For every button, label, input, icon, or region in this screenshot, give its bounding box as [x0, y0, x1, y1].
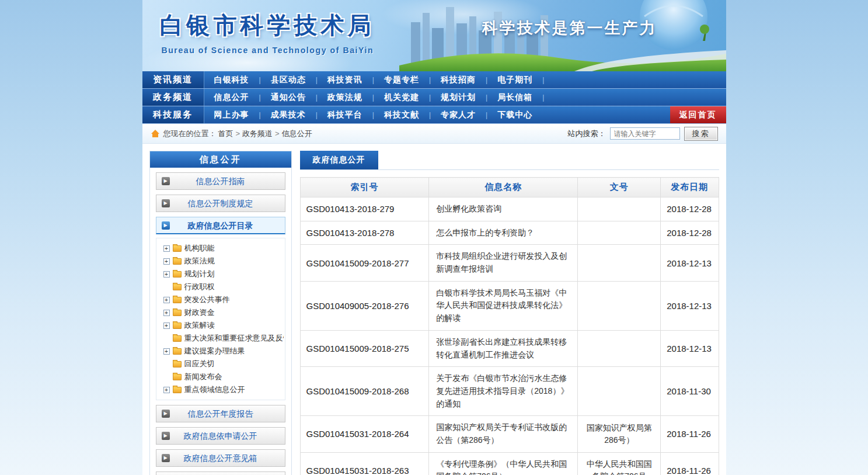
- expand-plus-icon[interactable]: +: [163, 297, 170, 303]
- sidebar-item-suggestion-box[interactable]: ▶ 政府信息公开意见箱: [156, 449, 285, 467]
- tree-item-major-decisions[interactable]: +重大决策和重要征求意见及反馈: [158, 332, 284, 345]
- nav-item-online-service[interactable]: 网上办事: [204, 106, 259, 123]
- cell-name-link[interactable]: 国家知识产权局关于专利证书改版的公告（第286号）: [429, 416, 578, 452]
- nav-item-tech-investment[interactable]: 科技招商: [431, 71, 486, 88]
- cell-doc-no: [578, 367, 661, 416]
- tree-label: 建议提案办理结果: [184, 346, 245, 356]
- cell-doc-no: [578, 330, 661, 366]
- cell-date: 2018-12-13: [661, 245, 719, 281]
- nav-item-director-mailbox[interactable]: 局长信箱: [487, 89, 542, 106]
- home-icon: [151, 130, 160, 138]
- nav-item-info-disclosure[interactable]: 信息公开: [204, 89, 259, 106]
- nav-item-planning[interactable]: 规划计划: [431, 89, 486, 106]
- breadcrumb-info-disclosure[interactable]: 信息公开: [280, 129, 314, 139]
- cell-name-link[interactable]: 《专利代理条例》（中华人民共和国国务院令第706号）: [429, 452, 578, 475]
- nav-divider: |: [542, 76, 544, 84]
- nav-item-county-news[interactable]: 县区动态: [261, 71, 316, 88]
- tree-item-press-conferences[interactable]: +新闻发布会: [158, 370, 284, 383]
- expand-plus-icon[interactable]: +: [163, 348, 170, 355]
- breadcrumb-gov-channel[interactable]: 政务频道: [240, 129, 274, 139]
- table-row: GSD010415009-2018-268 关于发布《白银市节水治污水生态修复先…: [300, 367, 719, 416]
- tree-item-policy-interpretation[interactable]: +政策解读: [158, 319, 284, 332]
- cell-index: GSD010415031-2018-263: [300, 452, 429, 475]
- nav-item-policies[interactable]: 政策法规: [318, 89, 372, 106]
- expand-plus-icon[interactable]: +: [163, 271, 170, 278]
- tree-item-policies[interactable]: +政策法规: [158, 255, 284, 268]
- nav-item-tech-literature[interactable]: 科技文献: [374, 106, 429, 123]
- tree-label: 政策解读: [184, 320, 215, 331]
- cell-index: GSD010415009-2018-275: [300, 330, 429, 366]
- tab-gov-info-disclosure[interactable]: 政府信息公开: [300, 151, 378, 169]
- nav-item-experts[interactable]: 专家人才: [431, 106, 486, 123]
- nav-item-notices[interactable]: 通知公告: [261, 89, 316, 106]
- sidebar-item-contact-info[interactable]: ▶ 政府信息公开联系方式: [156, 471, 285, 475]
- cell-name-link[interactable]: 市科技局组织企业进行研发投入及创新调查年报培训: [429, 245, 578, 281]
- expand-plus-icon[interactable]: +: [163, 323, 170, 329]
- sidebar-item-gov-info-catalog[interactable]: ▶ 政府信息公开目录: [156, 217, 285, 234]
- tree-item-planning[interactable]: +规划计划: [158, 268, 284, 280]
- cell-index: GSD010415031-2018-264: [300, 416, 429, 452]
- arrow-square-icon: ▶: [162, 177, 170, 185]
- expand-plus-icon[interactable]: +: [163, 387, 170, 393]
- nav-item-party-building[interactable]: 机关党建: [374, 89, 429, 106]
- nav-row-news: 资讯频道 白银科技| 县区动态| 科技资讯| 专题专栏| 科技招商| 电子期刊|: [142, 71, 726, 89]
- return-home-button[interactable]: 返回首页: [670, 106, 726, 123]
- tree-item-org-functions[interactable]: +机构职能: [158, 242, 284, 255]
- nav-items-news: 白银科技| 县区动态| 科技资讯| 专题专栏| 科技招商| 电子期刊|: [204, 71, 545, 88]
- nav-item-achievements[interactable]: 成果技术: [261, 106, 316, 123]
- cell-index: GSD010415009-2018-277: [300, 245, 429, 281]
- col-header-date: 发布日期: [661, 178, 719, 197]
- cell-index: GSD010413-2018-278: [300, 221, 429, 245]
- tree-item-responses[interactable]: +回应关切: [158, 358, 284, 370]
- cell-name-link[interactable]: 怎么申报市上的专利资助？: [429, 221, 578, 245]
- cell-date: 2018-12-28: [661, 197, 719, 221]
- sidebar-item-annual-report[interactable]: ▶ 信息公开年度报告: [156, 405, 285, 422]
- nav-item-tech-platform[interactable]: 科技平台: [318, 106, 372, 123]
- nav-row-service: 科技服务 网上办事| 成果技术| 科技平台| 科技文献| 专家人才| 下载中心 …: [142, 106, 726, 124]
- col-header-index: 索引号: [300, 178, 429, 197]
- tree-item-key-areas[interactable]: +重点领域信息公开: [158, 383, 284, 396]
- nav-item-baiyin-tech[interactable]: 白银科技: [204, 71, 259, 88]
- arrow-square-icon: ▶: [162, 410, 170, 418]
- cell-date: 2018-12-28: [661, 221, 719, 245]
- sidebar-item-guide[interactable]: ▶ 信息公开指南: [156, 172, 285, 190]
- search-label: 站内搜索：: [568, 129, 606, 139]
- cell-doc-no: [578, 221, 661, 245]
- cell-name-link[interactable]: 创业孵化政策咨询: [429, 197, 578, 221]
- cell-name-link[interactable]: 关于发布《白银市节水治污水生态修复先进适用技术指导目录（2018）》的通知: [429, 367, 578, 416]
- content-area: 信息公开 ▶ 信息公开指南 ▶ 信息公开制度规定 ▶ 政府信息公开目录 +机构职…: [142, 144, 726, 475]
- sidebar-item-rules[interactable]: ▶ 信息公开制度规定: [156, 195, 285, 212]
- tree-label: 行政职权: [184, 282, 215, 292]
- search-input[interactable]: [610, 127, 680, 140]
- sidebar-item-label: 政府信息依申请公开: [184, 431, 257, 441]
- table-row: GSD010413-2018-279 创业孵化政策咨询 2018-12-28: [300, 197, 719, 221]
- expand-plus-icon[interactable]: +: [163, 245, 170, 252]
- tree-item-admin-powers[interactable]: +行政职权: [158, 280, 284, 293]
- nav-item-tech-info[interactable]: 科技资讯: [318, 71, 372, 88]
- tree-item-emergencies[interactable]: +突发公共事件: [158, 293, 284, 306]
- tree-item-finance[interactable]: +财政资金: [158, 306, 284, 319]
- expand-plus-icon[interactable]: +: [163, 310, 170, 316]
- table-row: GSD010415009-2018-277 市科技局组织企业进行研发投入及创新调…: [300, 245, 719, 281]
- breadcrumb-home[interactable]: 首页: [217, 129, 235, 139]
- catalog-tree: +机构职能 +政策法规 +规划计划 +行政职权 +突发公共事件 +财政资金 +政…: [156, 238, 285, 400]
- nav-item-special-topics[interactable]: 专题专栏: [374, 71, 429, 88]
- expand-plus-icon[interactable]: +: [163, 258, 170, 265]
- tree-item-proposal-results[interactable]: +建议提案办理结果: [158, 345, 284, 358]
- table-header-row: 索引号 信息名称 文号 发布日期: [300, 178, 719, 197]
- nav-items-service: 网上办事| 成果技术| 科技平台| 科技文献| 专家人才| 下载中心: [204, 106, 543, 123]
- sidebar-item-label: 政府信息公开目录: [188, 221, 253, 230]
- cell-name-link[interactable]: 白银市科学技术局局长马玉福对《中华人民共和国促进科技成果转化法》的解读: [429, 281, 578, 330]
- cell-date: 2018-11-30: [661, 367, 719, 416]
- sidebar-item-request-disclosure[interactable]: ▶ 政府信息依申请公开: [156, 427, 285, 445]
- nav-item-downloads[interactable]: 下载中心: [487, 106, 542, 123]
- breadcrumb-label: 您现在的位置：: [163, 129, 217, 139]
- site-search: 站内搜索： 搜索: [568, 127, 718, 141]
- cell-doc-no: [578, 197, 661, 221]
- tab-bar: 政府信息公开: [300, 151, 719, 170]
- search-button[interactable]: 搜索: [684, 127, 718, 141]
- folder-icon: [173, 323, 182, 329]
- sidebar-info-disclosure: 信息公开 ▶ 信息公开指南 ▶ 信息公开制度规定 ▶ 政府信息公开目录 +机构职…: [149, 151, 292, 475]
- nav-item-e-journal[interactable]: 电子期刊: [487, 71, 542, 88]
- cell-name-link[interactable]: 张世珍副省长出席建立科技成果转移转化直通机制工作推进会议: [429, 330, 578, 366]
